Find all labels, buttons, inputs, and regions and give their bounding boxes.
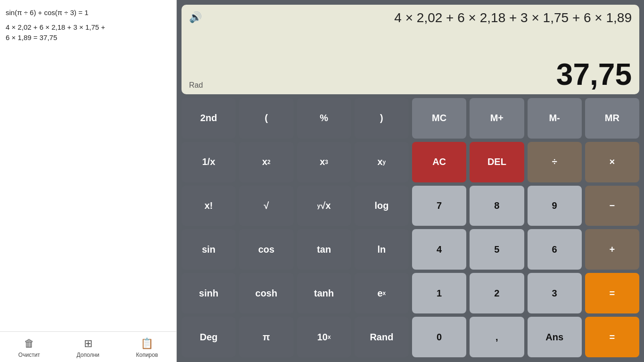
btn-ac[interactable]: AC: [412, 142, 466, 182]
btn-3[interactable]: 3: [528, 273, 582, 313]
btn-divide[interactable]: ÷: [528, 142, 582, 182]
btn-row-4: sin cos tan ln 4 5 6 +: [182, 229, 639, 270]
display-bottom-row: Rad 37,75: [189, 59, 632, 90]
left-panel: sin(π ÷ 6) + cos(π ÷ 3) = 1 4 × 2,02 + 6…: [0, 0, 177, 362]
btn-equals-tall[interactable]: =: [585, 273, 639, 313]
btn-7[interactable]: 7: [412, 186, 466, 226]
btn-2[interactable]: 2: [470, 273, 524, 313]
btn-equals[interactable]: =: [585, 317, 639, 357]
btn-tan[interactable]: tan: [297, 229, 351, 270]
btn-0[interactable]: 0: [412, 317, 466, 357]
btn-8[interactable]: 8: [470, 186, 524, 226]
btn-add[interactable]: +: [585, 229, 639, 270]
btn-10x[interactable]: 10x: [297, 317, 351, 357]
btn-multiply[interactable]: ×: [585, 142, 639, 182]
btn-deg[interactable]: Deg: [182, 317, 236, 357]
btn-row-2: 1/x x2 x3 xy AC DEL ÷ ×: [182, 142, 639, 182]
btn-log[interactable]: log: [355, 186, 409, 226]
btn-row-5: sinh cosh tanh ex 1 2 3 =: [182, 273, 639, 313]
copy-label: Копиров: [136, 352, 158, 358]
btn-mplus[interactable]: M+: [470, 98, 524, 139]
btn-subtract[interactable]: −: [585, 186, 639, 226]
clear-label: Очистит: [18, 352, 40, 358]
clear-button[interactable]: 🗑 Очистит: [15, 336, 44, 360]
btn-power[interactable]: xy: [355, 142, 409, 182]
history-area: sin(π ÷ 6) + cos(π ÷ 3) = 1 4 × 2,02 + 6…: [0, 0, 176, 331]
btn-ans[interactable]: Ans: [528, 317, 582, 357]
btn-square[interactable]: x2: [239, 142, 293, 182]
display-mode: Rad: [189, 81, 203, 90]
btn-close-paren[interactable]: ): [355, 98, 409, 139]
btn-rand[interactable]: Rand: [355, 317, 409, 357]
btn-factorial[interactable]: x!: [182, 186, 236, 226]
btn-row-3: x! √ y√x log 7 8 9 −: [182, 186, 639, 226]
display-top-row: 🔊 4 × 2,02 + 6 × 2,18 + 3 × 1,75 + 6 × 1…: [189, 9, 632, 26]
btn-sqrt[interactable]: √: [239, 186, 293, 226]
btn-exp[interactable]: ex: [355, 273, 409, 313]
btn-yroot[interactable]: y√x: [297, 186, 351, 226]
btn-sinh[interactable]: sinh: [182, 273, 236, 313]
calculator: 🔊 4 × 2,02 + 6 × 2,18 + 3 × 1,75 + 6 × 1…: [177, 0, 644, 362]
btn-mr[interactable]: MR: [585, 98, 639, 139]
btn-cube[interactable]: x3: [297, 142, 351, 182]
btn-mc[interactable]: MC: [412, 98, 466, 139]
btn-row-6: Deg π 10x Rand 0 , Ans =: [182, 317, 639, 357]
btn-mminus[interactable]: M-: [528, 98, 582, 139]
trash-icon: 🗑: [24, 337, 34, 350]
btn-pi[interactable]: π: [239, 317, 293, 357]
extra-button[interactable]: ⊞ Дополни: [73, 336, 103, 360]
btn-open-paren[interactable]: (: [239, 98, 293, 139]
btn-comma[interactable]: ,: [470, 317, 524, 357]
copy-icon: 📋: [140, 337, 153, 350]
grid-icon: ⊞: [84, 337, 92, 350]
btn-cosh[interactable]: cosh: [239, 273, 293, 313]
btn-2nd[interactable]: 2nd: [182, 98, 236, 139]
btn-6[interactable]: 6: [528, 229, 582, 270]
bottom-toolbar: 🗑 Очистит ⊞ Дополни 📋 Копиров: [0, 331, 176, 362]
extra-label: Дополни: [77, 352, 99, 358]
history-item-1: sin(π ÷ 6) + cos(π ÷ 3) = 1: [6, 8, 171, 18]
btn-cos[interactable]: cos: [239, 229, 293, 270]
btn-row-1: 2nd ( % ) MC M+ M- MR: [182, 98, 639, 139]
btn-reciprocal[interactable]: 1/x: [182, 142, 236, 182]
history-item-2: 4 × 2,02 + 6 × 2,18 + 3 × 1,75 +6 × 1,89…: [6, 22, 171, 43]
btn-5[interactable]: 5: [470, 229, 524, 270]
btn-9[interactable]: 9: [528, 186, 582, 226]
btn-sin[interactable]: sin: [182, 229, 236, 270]
speaker-icon[interactable]: 🔊: [189, 11, 202, 24]
btn-del[interactable]: DEL: [470, 142, 524, 182]
btn-4[interactable]: 4: [412, 229, 466, 270]
btn-percent[interactable]: %: [297, 98, 351, 139]
display-expression: 4 × 2,02 + 6 × 2,18 + 3 × 1,75 + 6 × 1,8…: [204, 9, 632, 26]
btn-1[interactable]: 1: [412, 273, 466, 313]
calculator-display: 🔊 4 × 2,02 + 6 × 2,18 + 3 × 1,75 + 6 × 1…: [182, 5, 639, 94]
buttons-area: 2nd ( % ) MC M+ M- MR 1/x x2 x3 xy AC DE…: [182, 98, 639, 357]
display-result: 37,75: [556, 59, 632, 90]
copy-button[interactable]: 📋 Копиров: [132, 336, 162, 360]
btn-ln[interactable]: ln: [355, 229, 409, 270]
btn-tanh[interactable]: tanh: [297, 273, 351, 313]
